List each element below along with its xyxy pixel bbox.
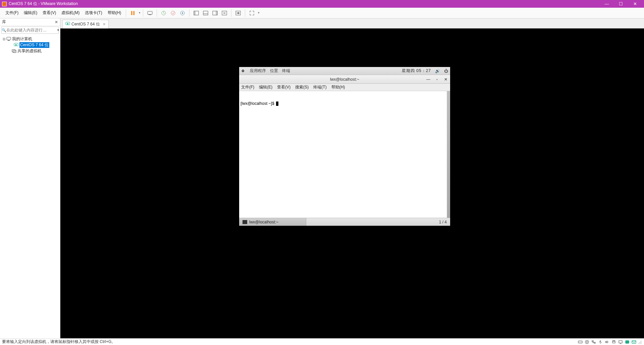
svg-rect-29 [612,341,615,343]
svg-rect-10 [203,11,208,15]
tray-printer-icon[interactable] [611,340,617,344]
terminal-window-titlebar[interactable]: lwx@localhost:~ — ▫ ✕ [239,75,450,84]
library-sidebar: 库 ✕ 🔍 ▼ ⊟ 我的计算机 CentOS 7 64 位 共享的虚拟机 [0,18,60,338]
terminal-body[interactable]: [lwx@localhost ~]$ [239,91,450,218]
terminal-minimize-button[interactable]: — [426,77,431,82]
svg-rect-30 [613,340,615,341]
power-icon[interactable]: ⏻ [444,69,448,73]
vm-console[interactable]: ❖ 应用程序 位置 终端 星期四 05：27 🔊 ⏻ lwx@localhost… [60,28,644,338]
layout-thumbnail-button[interactable] [201,9,210,17]
window-title: CentOS 7 64 位 - VMware Workstation [9,1,600,7]
term-menu-search[interactable]: 搜索(S) [295,84,309,90]
terminal-menubar: 文件(F) 编辑(E) 查看(V) 搜索(S) 终端(T) 帮助(H) [239,84,450,91]
layout-unity-button[interactable] [220,9,229,17]
svg-rect-27 [592,341,593,342]
snapshot-take-button[interactable] [159,9,168,17]
main-area: CentOS 7 64 位 ✕ ❖ 应用程序 位置 终端 星期四 05：27 🔊… [60,18,644,338]
term-menu-help[interactable]: 帮助(H) [331,84,345,90]
tray-display-icon[interactable] [618,340,624,344]
tree-vm-centos7[interactable]: CentOS 7 64 位 [1,42,59,48]
tree-root-my-computer[interactable]: ⊟ 我的计算机 [1,36,59,42]
tab-label: CentOS 7 64 位 [71,21,100,27]
gnome-applications[interactable]: 应用程序 [250,68,266,74]
svg-marker-19 [15,44,17,46]
svg-rect-13 [216,11,217,15]
snapshot-revert-button[interactable] [169,9,177,17]
terminal-scrollbar[interactable] [447,91,450,218]
menu-view[interactable]: 查看(V) [40,10,59,16]
term-menu-terminal[interactable]: 终端(T) [313,84,326,90]
sidebar-title: 库 [2,19,6,25]
svg-rect-33 [626,341,629,343]
shared-icon [11,49,17,53]
tree-shared-vms[interactable]: 共享的虚拟机 [1,48,59,54]
close-button[interactable]: ✕ [628,1,642,6]
separator [231,9,231,17]
pause-button[interactable] [128,9,137,17]
term-menu-file[interactable]: 文件(F) [241,84,254,90]
workspace-indicator[interactable]: 1 / 4 [436,220,450,224]
terminal-icon [243,220,247,224]
tray-cd-icon[interactable] [584,340,590,344]
menu-file[interactable]: 文件(F) [3,10,21,16]
taskbar-app-terminal[interactable]: lwx@localhost:~ [239,218,306,226]
fullscreen-button[interactable] [248,9,256,17]
tray-network-icon[interactable] [591,340,597,344]
gnome-terminal-menu[interactable]: 终端 [282,68,290,74]
tray-usb-icon[interactable] [597,340,603,344]
tab-centos7[interactable]: CentOS 7 64 位 ✕ [62,20,109,28]
svg-rect-31 [619,341,622,343]
send-ctrl-alt-del-button[interactable] [146,9,154,17]
terminal-close-button[interactable]: ✕ [443,77,448,82]
power-dropdown[interactable]: ▼ [138,11,141,14]
menu-tabs[interactable]: 选项卡(T) [82,10,105,16]
tray-sound-icon[interactable] [604,340,610,344]
gnome-places[interactable]: 位置 [270,68,278,74]
term-menu-view[interactable]: 查看(V) [277,84,290,90]
sidebar-search[interactable]: 🔍 ▼ [1,26,59,34]
snapshot-manager-button[interactable] [178,9,187,17]
svg-rect-16 [7,37,11,40]
minimize-button[interactable]: — [600,1,614,6]
terminal-maximize-button[interactable]: ▫ [435,77,439,82]
tree-twisty-icon[interactable]: ⊟ [2,37,6,41]
separator [245,9,245,17]
svg-point-25 [585,340,589,344]
vm-icon [65,22,70,27]
separator [126,9,126,17]
separator [189,9,190,17]
tray-tools-icon[interactable] [624,340,630,344]
term-menu-edit[interactable]: 编辑(E) [259,84,272,90]
app-icon [2,2,7,6]
layout-console-button[interactable] [211,9,219,17]
window-titlebar: CentOS 7 64 位 - VMware Workstation — ☐ ✕ [0,0,644,8]
separator [157,9,157,17]
menu-help[interactable]: 帮助(H) [105,10,124,16]
svg-rect-2 [148,11,152,14]
resize-grip-icon[interactable] [637,340,642,344]
gnome-clock[interactable]: 星期四 05：27 [402,68,431,74]
gnome-top-bar: ❖ 应用程序 位置 终端 星期四 05：27 🔊 ⏻ [239,67,450,75]
volume-icon[interactable]: 🔊 [435,69,440,73]
quick-switch-button[interactable] [234,9,243,17]
tree-label: CentOS 7 64 位 [19,42,49,48]
layout-sidebar-button[interactable] [192,9,201,17]
search-dropdown[interactable]: ▼ [57,28,60,32]
svg-point-7 [182,12,183,14]
fullscreen-dropdown[interactable]: ▼ [257,11,260,14]
svg-rect-34 [632,341,636,343]
tray-harddisk-icon[interactable] [577,340,583,344]
activities-icon[interactable]: ❖ [241,69,246,73]
taskbar-app-label: lwx@localhost:~ [249,220,278,224]
menu-edit[interactable]: 编辑(E) [21,10,40,16]
maximize-button[interactable]: ☐ [614,1,628,6]
menu-vm[interactable]: 虚拟机(M) [59,10,82,16]
tab-close-button[interactable]: ✕ [101,22,106,26]
gnome-taskbar: lwx@localhost:~ 1 / 4 [239,218,450,226]
tree-label: 共享的虚拟机 [17,48,42,54]
tray-message-icon[interactable] [631,340,637,344]
svg-rect-3 [149,14,151,15]
sidebar-close-button[interactable]: ✕ [55,20,58,24]
search-icon: 🔍 [2,28,6,32]
sidebar-search-input[interactable] [6,28,57,32]
